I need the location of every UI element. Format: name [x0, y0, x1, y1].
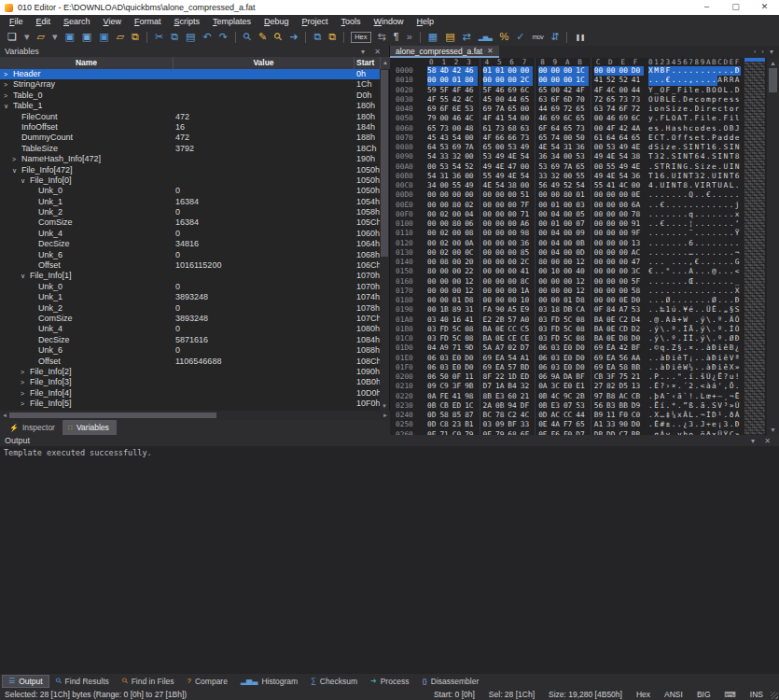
hex-byte[interactable]: 5C: [563, 325, 576, 334]
hex-byte[interactable]: 45: [483, 95, 495, 105]
hex-byte[interactable]: 54: [508, 354, 520, 363]
hex-byte[interactable]: 54: [619, 172, 631, 181]
hex-byte[interactable]: 00: [619, 287, 631, 296]
hex-byte[interactable]: 4F: [576, 86, 588, 95]
hex-byte[interactable]: 4C: [521, 411, 533, 420]
hex-byte[interactable]: 03: [551, 363, 563, 372]
hex-byte[interactable]: 00: [606, 248, 619, 258]
hex-byte[interactable]: 33: [606, 420, 619, 429]
hex-byte[interactable]: 54: [452, 162, 465, 172]
hex-byte[interactable]: 00: [508, 201, 520, 210]
hex-byte[interactable]: 79: [427, 114, 439, 123]
hex-byte[interactable]: 0E: [606, 334, 619, 343]
hex-byte[interactable]: 06: [427, 372, 439, 382]
hex-byte[interactable]: 70: [576, 95, 588, 105]
hex-byte[interactable]: 4A: [551, 420, 563, 429]
scroll-right-icon[interactable]: ►: [381, 411, 390, 420]
hex-byte[interactable]: 00: [483, 229, 495, 238]
hex-byte[interactable]: 82: [606, 382, 619, 391]
hex-byte[interactable]: 98: [521, 229, 533, 238]
hex-byte[interactable]: 0E: [495, 334, 508, 343]
hex-byte[interactable]: 54: [521, 172, 533, 181]
hex-byte[interactable]: 36: [576, 143, 588, 152]
hex-byte[interactable]: 54: [495, 181, 508, 190]
hex-byte[interactable]: BB: [632, 363, 644, 372]
hex-byte[interactable]: 64: [606, 133, 619, 143]
hex-byte[interactable]: 00: [495, 267, 508, 276]
hex-byte[interactable]: BC: [483, 411, 495, 420]
hex-byte[interactable]: 46: [538, 114, 550, 123]
hex-byte[interactable]: 1C: [465, 401, 477, 411]
hex-byte[interactable]: 2B: [576, 392, 588, 401]
hex-byte[interactable]: 00: [427, 287, 439, 296]
hex-byte[interactable]: A1: [521, 354, 533, 363]
hex-byte[interactable]: 54: [521, 152, 533, 161]
hex-byte[interactable]: BB: [619, 401, 631, 411]
open-recent-icon[interactable]: ⧉: [128, 29, 143, 45]
hex-byte[interactable]: B4: [508, 382, 520, 391]
hex-byte[interactable]: 00: [427, 258, 439, 267]
hex-byte[interactable]: 3C: [632, 267, 644, 276]
collapse-arrow-icon[interactable]: ∨: [21, 175, 25, 187]
ascii-char[interactable]: Ð: [735, 420, 741, 429]
hex-byte[interactable]: 09: [495, 420, 508, 429]
hex-byte[interactable]: 73: [439, 124, 452, 133]
hex-byte[interactable]: D0: [632, 420, 644, 429]
hex-byte[interactable]: 4E: [606, 152, 619, 161]
hex-byte[interactable]: 00: [619, 239, 631, 248]
hex-byte[interactable]: 53: [576, 152, 588, 161]
ascii-char[interactable]: 8: [735, 152, 741, 161]
hex-byte[interactable]: 4E: [606, 172, 619, 181]
hex-byte[interactable]: 47: [632, 258, 644, 267]
save-icon[interactable]: ▣: [61, 29, 77, 45]
hex-byte[interactable]: 03: [483, 420, 495, 429]
hex-byte[interactable]: 00: [483, 277, 495, 287]
hex-byte[interactable]: 42: [452, 95, 465, 105]
hex-byte[interactable]: 00: [521, 114, 533, 123]
hex-byte[interactable]: 23: [452, 420, 465, 429]
hex-byte[interactable]: 0E: [632, 190, 644, 200]
ascii-char[interactable]: ¿: [735, 343, 741, 353]
hex-byte[interactable]: 74: [606, 105, 619, 114]
ascii-char[interactable]: Ô: [735, 315, 741, 325]
hex-byte[interactable]: 54: [551, 143, 563, 152]
hex-byte[interactable]: 5C: [563, 334, 576, 343]
hex-byte[interactable]: 69: [551, 114, 563, 123]
hex-byte[interactable]: 53: [508, 143, 520, 152]
hex-byte[interactable]: 58: [439, 411, 452, 420]
hex-byte[interactable]: D0: [632, 296, 644, 305]
hex-byte[interactable]: 00: [563, 229, 576, 238]
operations-icon[interactable]: %: [495, 29, 512, 45]
bottom-tab-find-in-files[interactable]: ⚲Find in Files: [117, 676, 180, 687]
ascii-char[interactable]: .: [735, 181, 741, 190]
hex-byte[interactable]: 53: [439, 143, 452, 152]
hex-byte[interactable]: 64: [551, 124, 563, 133]
hex-byte[interactable]: EA: [606, 354, 619, 363]
hex-byte[interactable]: 06: [427, 363, 439, 372]
hex-byte[interactable]: 4E: [483, 181, 495, 190]
ascii-char[interactable]: X: [735, 287, 741, 296]
hex-byte[interactable]: 00: [508, 248, 520, 258]
paste-icon[interactable]: ▤: [182, 29, 199, 45]
hex-byte[interactable]: 72: [632, 105, 644, 114]
hex-byte[interactable]: 04: [465, 210, 477, 219]
hex-byte[interactable]: 33: [521, 420, 533, 429]
hex-byte[interactable]: 00: [619, 267, 631, 276]
tree-row[interactable]: Unk_601068h: [0, 250, 381, 260]
hex-byte[interactable]: C2: [619, 315, 631, 325]
hex-byte[interactable]: 00: [495, 143, 508, 152]
hex-byte[interactable]: 00: [619, 190, 631, 200]
hex-byte[interactable]: 68: [508, 124, 520, 133]
hex-byte[interactable]: 00: [606, 190, 619, 200]
hex-byte[interactable]: CC: [563, 411, 576, 420]
hex-byte[interactable]: 0B: [538, 392, 550, 401]
hex-byte[interactable]: 08: [576, 315, 588, 325]
hex-byte[interactable]: 53: [538, 162, 550, 172]
tree-row[interactable]: ∨Table_1180h: [0, 101, 381, 111]
ascii-char[interactable]: r: [735, 105, 741, 114]
ascii-char[interactable]: ‘: [735, 219, 741, 229]
hex-byte[interactable]: 53: [483, 152, 495, 161]
checksum-icon[interactable]: ✓: [512, 29, 528, 45]
tab-close-icon[interactable]: ✕: [487, 47, 494, 55]
hex-byte[interactable]: 00: [508, 287, 520, 296]
